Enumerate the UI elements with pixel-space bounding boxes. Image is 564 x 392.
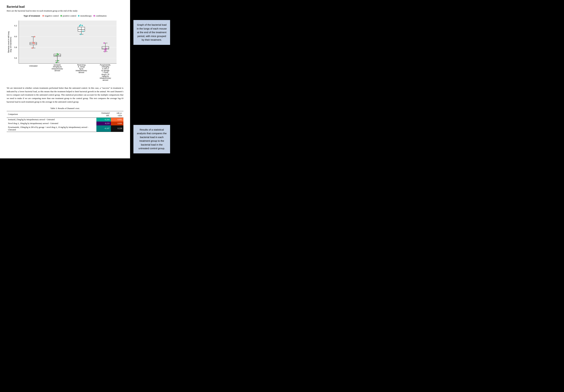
table-row: Isoniazid, 25mg/kg by intrapulmonary aer…: [7, 118, 123, 122]
svg-point-17: [32, 47, 33, 49]
legend-label-monotherapy: monotherapy: [80, 14, 92, 17]
svg-text:drug A, 10: drug A, 10: [101, 73, 109, 75]
svg-text:A, 10mg/: A, 10mg/: [78, 66, 85, 68]
body-text: We are interested in whether certain tre…: [7, 86, 123, 104]
results-table: Comparison Estimated diff. Adj. p-value …: [7, 111, 123, 132]
legend-dot-combination: [93, 15, 95, 17]
svg-text:Isoniazid,: Isoniazid,: [54, 64, 61, 66]
graph-note-box: Graph of the bacterial load in the lungs…: [133, 20, 170, 45]
row3-pvalue: 0.228: [111, 126, 123, 132]
table-caption: Table 3: Results of Dunnett’s test.: [7, 107, 123, 110]
svg-point-51: [106, 48, 107, 49]
svg-text:+ novel: + novel: [103, 71, 108, 73]
svg-text:kg by: kg by: [79, 68, 84, 70]
row1-pvalue: 0.001: [111, 118, 123, 122]
bacterial-load-chart: 5.6 5.8 6.0 6.2 Bacteria count in left l…: [7, 19, 123, 82]
legend-item-positive: positive control: [60, 14, 76, 17]
legend-dot-negative: [42, 15, 44, 17]
svg-text:in 200 ul: in 200 ul: [102, 68, 109, 70]
table-row: Novel drug A, 10mg/kg by intrapulmonary …: [7, 122, 123, 126]
svg-point-19: [32, 42, 33, 43]
svg-text:150mg/kg: 150mg/kg: [101, 66, 109, 68]
svg-point-30: [55, 55, 57, 56]
svg-point-39: [82, 25, 83, 26]
page-subtitle: Here are the bacterial load in mice in e…: [7, 10, 123, 12]
svg-text:Pyrazinamide,: Pyrazinamide,: [100, 64, 111, 66]
table-note-box: Results of a statistical analysis that c…: [133, 125, 170, 154]
svg-text:Novel drug: Novel drug: [77, 64, 85, 66]
page-title: Bacterial load: [7, 5, 123, 9]
chart-area: 5.6 5.8 6.0 6.2 Bacteria count in left l…: [7, 19, 123, 83]
table-row: Pyrazinamide, 150mg/kg in 200 ul by gava…: [7, 126, 123, 132]
svg-text:aerosol: aerosol: [79, 71, 84, 73]
legend-item-negative: negative control: [42, 14, 59, 17]
svg-text:intrapulmonary: intrapulmonary: [76, 70, 87, 71]
svg-text:by gavage: by gavage: [101, 70, 109, 71]
svg-text:aerosol: aerosol: [103, 79, 108, 81]
legend-title: Type of treatment: [24, 14, 40, 17]
svg-point-29: [57, 60, 58, 61]
row1-diff: -0.293: [96, 118, 111, 122]
svg-text:intrapulmonary: intrapulmonary: [100, 77, 111, 79]
svg-text:5.8: 5.8: [14, 46, 17, 48]
svg-point-42: [82, 30, 84, 32]
row3-diff: -0.107: [96, 126, 111, 132]
col-comparison: Comparison: [7, 111, 96, 118]
svg-point-52: [104, 49, 105, 50]
graph-note: Graph of the bacterial load in the lungs…: [137, 23, 167, 41]
legend-dot-monotherapy: [78, 15, 80, 17]
svg-text:25mg/kg by: 25mg/kg by: [53, 66, 62, 68]
svg-point-54: [104, 51, 106, 52]
svg-text:(log–10 transform): (log–10 transform): [10, 37, 12, 52]
legend-item-combination: combination: [93, 14, 107, 17]
row2-diff: 0.233: [96, 122, 111, 126]
svg-point-40: [80, 24, 81, 26]
svg-point-50: [104, 42, 105, 44]
svg-text:Bacteria count in left lung: Bacteria count in left lung: [8, 31, 10, 53]
svg-point-32: [57, 53, 58, 55]
legend-label-positive: positive control: [63, 14, 76, 17]
svg-text:5.6: 5.6: [14, 57, 17, 59]
svg-point-21: [34, 36, 35, 37]
svg-point-53: [105, 50, 107, 51]
row2-pvalue: 0.006: [111, 122, 123, 126]
svg-text:intrapulmonary: intrapulmonary: [52, 68, 63, 70]
svg-text:aerosol: aerosol: [55, 70, 60, 71]
row2-comparison: Novel drug A, 10mg/kg by intrapulmonary …: [7, 122, 96, 126]
legend-item-monotherapy: monotherapy: [78, 14, 92, 17]
row3-comparison: Pyrazinamide, 150mg/kg in 200 ul by gava…: [7, 126, 96, 132]
table-note: Results of a statistical analysis that c…: [137, 128, 167, 150]
col-diff: Estimated diff.: [96, 111, 111, 118]
svg-point-41: [80, 34, 82, 35]
legend-dot-positive: [60, 15, 62, 17]
legend-label-combination: combination: [96, 14, 107, 17]
chart-legend: Type of treatment negative control posit…: [7, 14, 123, 17]
svg-text:6.2: 6.2: [14, 25, 17, 27]
svg-text:Untreated: Untreated: [29, 65, 38, 67]
col-pvalue: Adj. p-value: [111, 111, 123, 118]
svg-text:6.0: 6.0: [14, 36, 17, 38]
legend-label-negative: negative control: [45, 14, 59, 17]
svg-point-20: [33, 43, 35, 44]
svg-point-28: [56, 62, 57, 63]
sidebar: Graph of the bacterial load in the lungs…: [130, 0, 173, 158]
svg-text:mg/kg by: mg/kg by: [102, 75, 109, 77]
row1-comparison: Isoniazid, 25mg/kg by intrapulmonary aer…: [7, 118, 96, 122]
